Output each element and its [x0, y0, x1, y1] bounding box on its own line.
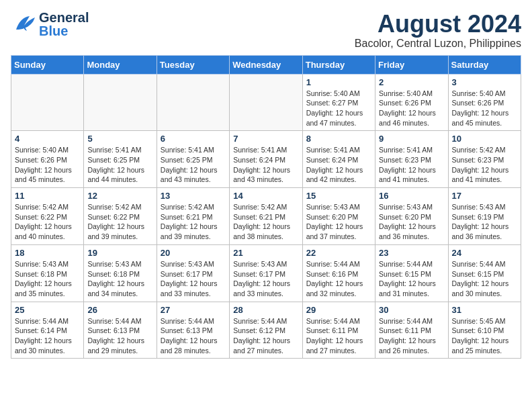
- calendar-cell: 4Sunrise: 5:40 AM Sunset: 6:26 PM Daylig…: [11, 131, 84, 188]
- day-number: 19: [87, 248, 152, 258]
- day-number: 20: [161, 248, 226, 258]
- day-number: 28: [233, 305, 298, 315]
- calendar-week-row: 11Sunrise: 5:42 AM Sunset: 6:22 PM Dayli…: [11, 188, 521, 245]
- day-info: Sunrise: 5:44 AM Sunset: 6:13 PM Dayligh…: [161, 316, 226, 356]
- calendar-cell: [11, 74, 84, 131]
- day-info: Sunrise: 5:40 AM Sunset: 6:27 PM Dayligh…: [306, 89, 371, 128]
- calendar-cell: 28Sunrise: 5:44 AM Sunset: 6:12 PM Dayli…: [230, 302, 302, 359]
- weekday-header: Monday: [84, 55, 157, 74]
- day-number: 22: [306, 248, 371, 258]
- day-info: Sunrise: 5:40 AM Sunset: 6:26 PM Dayligh…: [15, 145, 80, 185]
- calendar-header-row: SundayMondayTuesdayWednesdayThursdayFrid…: [11, 55, 521, 74]
- logo-blue: Blue: [39, 24, 89, 38]
- page-header: General Blue August 2024 Bacolor, Centra…: [11, 11, 521, 50]
- calendar-title: August 2024: [355, 11, 521, 38]
- day-number: 31: [452, 305, 517, 315]
- day-number: 5: [87, 134, 152, 144]
- day-number: 26: [87, 305, 152, 315]
- day-number: 11: [15, 191, 80, 201]
- day-info: Sunrise: 5:44 AM Sunset: 6:12 PM Dayligh…: [233, 316, 298, 356]
- weekday-header: Wednesday: [230, 55, 302, 74]
- calendar-cell: 7Sunrise: 5:41 AM Sunset: 6:24 PM Daylig…: [230, 131, 302, 188]
- calendar-cell: 23Sunrise: 5:44 AM Sunset: 6:15 PM Dayli…: [375, 244, 448, 302]
- weekday-header: Sunday: [11, 55, 84, 74]
- day-info: Sunrise: 5:45 AM Sunset: 6:10 PM Dayligh…: [452, 316, 517, 356]
- calendar-cell: 25Sunrise: 5:44 AM Sunset: 6:14 PM Dayli…: [11, 302, 84, 359]
- day-number: 12: [87, 191, 152, 201]
- title-block: August 2024 Bacolor, Central Luzon, Phil…: [355, 11, 521, 50]
- calendar-table: SundayMondayTuesdayWednesdayThursdayFrid…: [11, 55, 521, 359]
- day-number: 13: [161, 191, 226, 201]
- weekday-header: Thursday: [302, 55, 375, 74]
- day-info: Sunrise: 5:42 AM Sunset: 6:21 PM Dayligh…: [161, 202, 226, 242]
- calendar-cell: 29Sunrise: 5:44 AM Sunset: 6:11 PM Dayli…: [302, 302, 375, 359]
- day-number: 29: [306, 305, 371, 315]
- calendar-cell: 13Sunrise: 5:42 AM Sunset: 6:21 PM Dayli…: [157, 188, 229, 245]
- calendar-cell: 2Sunrise: 5:40 AM Sunset: 6:26 PM Daylig…: [375, 74, 448, 131]
- calendar-week-row: 18Sunrise: 5:43 AM Sunset: 6:18 PM Dayli…: [11, 244, 521, 302]
- day-number: 8: [306, 134, 371, 144]
- calendar-cell: 26Sunrise: 5:44 AM Sunset: 6:13 PM Dayli…: [84, 302, 157, 359]
- calendar-cell: [84, 74, 157, 131]
- logo-general: General: [39, 11, 89, 24]
- day-info: Sunrise: 5:41 AM Sunset: 6:24 PM Dayligh…: [233, 145, 298, 185]
- day-info: Sunrise: 5:44 AM Sunset: 6:16 PM Dayligh…: [306, 259, 371, 299]
- calendar-cell: 15Sunrise: 5:43 AM Sunset: 6:20 PM Dayli…: [302, 188, 375, 245]
- calendar-cell: 5Sunrise: 5:41 AM Sunset: 6:25 PM Daylig…: [84, 131, 157, 188]
- calendar-cell: 3Sunrise: 5:40 AM Sunset: 6:26 PM Daylig…: [448, 74, 521, 131]
- day-number: 27: [161, 305, 226, 315]
- day-info: Sunrise: 5:42 AM Sunset: 6:22 PM Dayligh…: [87, 202, 152, 242]
- day-info: Sunrise: 5:41 AM Sunset: 6:25 PM Dayligh…: [87, 145, 152, 185]
- day-info: Sunrise: 5:43 AM Sunset: 6:17 PM Dayligh…: [233, 259, 298, 299]
- day-number: 23: [379, 248, 444, 258]
- calendar-cell: 20Sunrise: 5:43 AM Sunset: 6:17 PM Dayli…: [157, 244, 229, 302]
- day-info: Sunrise: 5:43 AM Sunset: 6:18 PM Dayligh…: [87, 259, 152, 299]
- calendar-cell: 12Sunrise: 5:42 AM Sunset: 6:22 PM Dayli…: [84, 188, 157, 245]
- day-info: Sunrise: 5:43 AM Sunset: 6:19 PM Dayligh…: [452, 202, 517, 242]
- day-info: Sunrise: 5:44 AM Sunset: 6:11 PM Dayligh…: [306, 316, 371, 356]
- calendar-cell: 21Sunrise: 5:43 AM Sunset: 6:17 PM Dayli…: [230, 244, 302, 302]
- day-info: Sunrise: 5:43 AM Sunset: 6:17 PM Dayligh…: [161, 259, 226, 299]
- day-number: 15: [306, 191, 371, 201]
- day-number: 2: [379, 77, 444, 87]
- calendar-cell: 17Sunrise: 5:43 AM Sunset: 6:19 PM Dayli…: [448, 188, 521, 245]
- calendar-cell: 11Sunrise: 5:42 AM Sunset: 6:22 PM Dayli…: [11, 188, 84, 245]
- day-number: 30: [379, 305, 444, 315]
- calendar-cell: 18Sunrise: 5:43 AM Sunset: 6:18 PM Dayli…: [11, 244, 84, 302]
- day-info: Sunrise: 5:42 AM Sunset: 6:22 PM Dayligh…: [15, 202, 80, 242]
- day-info: Sunrise: 5:44 AM Sunset: 6:15 PM Dayligh…: [379, 259, 444, 299]
- calendar-cell: 19Sunrise: 5:43 AM Sunset: 6:18 PM Dayli…: [84, 244, 157, 302]
- calendar-cell: 22Sunrise: 5:44 AM Sunset: 6:16 PM Dayli…: [302, 244, 375, 302]
- calendar-cell: 1Sunrise: 5:40 AM Sunset: 6:27 PM Daylig…: [302, 74, 375, 131]
- day-info: Sunrise: 5:42 AM Sunset: 6:21 PM Dayligh…: [233, 202, 298, 242]
- calendar-cell: 8Sunrise: 5:41 AM Sunset: 6:24 PM Daylig…: [302, 131, 375, 188]
- day-number: 16: [379, 191, 444, 201]
- day-info: Sunrise: 5:44 AM Sunset: 6:13 PM Dayligh…: [87, 316, 152, 356]
- calendar-cell: 24Sunrise: 5:44 AM Sunset: 6:15 PM Dayli…: [448, 244, 521, 302]
- day-number: 9: [379, 134, 444, 144]
- calendar-cell: 30Sunrise: 5:44 AM Sunset: 6:11 PM Dayli…: [375, 302, 448, 359]
- day-info: Sunrise: 5:43 AM Sunset: 6:18 PM Dayligh…: [15, 259, 80, 299]
- day-number: 18: [15, 248, 80, 258]
- day-info: Sunrise: 5:43 AM Sunset: 6:20 PM Dayligh…: [306, 202, 371, 242]
- day-number: 1: [306, 77, 371, 87]
- calendar-cell: 31Sunrise: 5:45 AM Sunset: 6:10 PM Dayli…: [448, 302, 521, 359]
- day-info: Sunrise: 5:44 AM Sunset: 6:14 PM Dayligh…: [15, 316, 80, 356]
- weekday-header: Friday: [375, 55, 448, 74]
- day-number: 25: [15, 305, 80, 315]
- day-info: Sunrise: 5:41 AM Sunset: 6:25 PM Dayligh…: [161, 145, 226, 185]
- calendar-subtitle: Bacolor, Central Luzon, Philippines: [355, 38, 521, 50]
- calendar-cell: [230, 74, 302, 131]
- day-info: Sunrise: 5:40 AM Sunset: 6:26 PM Dayligh…: [379, 89, 444, 128]
- calendar-week-row: 1Sunrise: 5:40 AM Sunset: 6:27 PM Daylig…: [11, 74, 521, 131]
- calendar-cell: 16Sunrise: 5:43 AM Sunset: 6:20 PM Dayli…: [375, 188, 448, 245]
- logo-text: General Blue: [39, 11, 89, 38]
- day-number: 4: [15, 134, 80, 144]
- day-info: Sunrise: 5:43 AM Sunset: 6:20 PM Dayligh…: [379, 202, 444, 242]
- day-number: 14: [233, 191, 298, 201]
- day-info: Sunrise: 5:40 AM Sunset: 6:26 PM Dayligh…: [452, 89, 517, 128]
- logo: General Blue: [11, 11, 89, 38]
- day-number: 24: [452, 248, 517, 258]
- calendar-cell: 6Sunrise: 5:41 AM Sunset: 6:25 PM Daylig…: [157, 131, 229, 188]
- calendar-cell: 27Sunrise: 5:44 AM Sunset: 6:13 PM Dayli…: [157, 302, 229, 359]
